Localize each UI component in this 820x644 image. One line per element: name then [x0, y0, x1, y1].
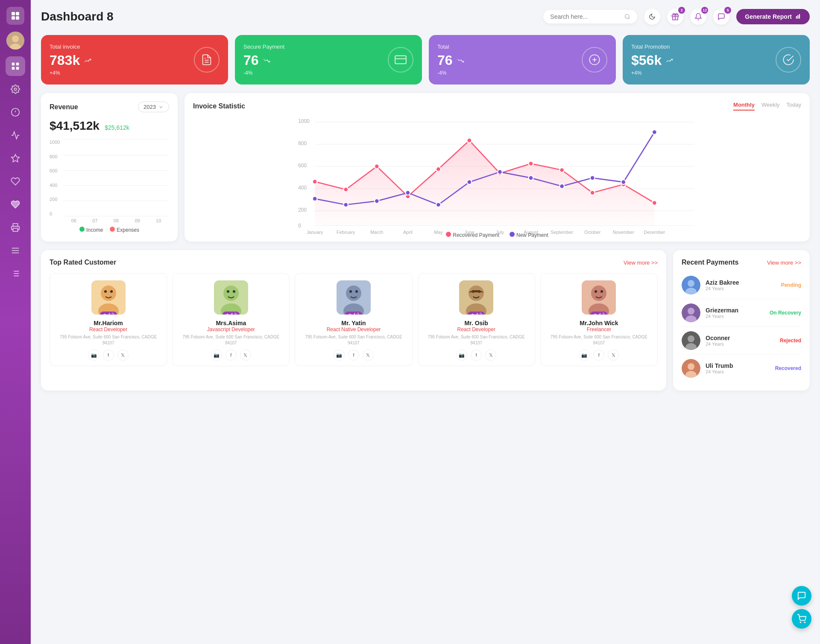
sidebar-item-menu[interactable]: [6, 241, 25, 260]
search-box[interactable]: [543, 10, 637, 23]
customer-card-4: ★ 4.2 Mr.John Wick Freelancer 795 Folsom…: [540, 273, 658, 366]
svg-rect-8: [16, 63, 19, 65]
twitter-icon-1[interactable]: 𝕏: [240, 350, 251, 361]
sidebar-item-settings[interactable]: [6, 79, 25, 99]
svg-point-96: [227, 290, 229, 293]
sidebar: [0, 0, 31, 644]
svg-text:800: 800: [298, 140, 307, 146]
facebook-icon-0[interactable]: f: [103, 350, 114, 361]
generate-report-button[interactable]: Generate Report: [736, 9, 810, 24]
tab-weekly[interactable]: Weekly: [761, 102, 779, 111]
gift-button[interactable]: 2: [667, 9, 683, 25]
twitter-icon-4[interactable]: 𝕏: [608, 350, 619, 361]
header-right: 2 12 5 Generate Report: [543, 9, 810, 25]
customer-address-3: 795 Folsom Ave, Suite 600 San Francisco,…: [422, 334, 531, 346]
sidebar-item-heart[interactable]: [6, 172, 25, 191]
customers-title: Top Rated Customer: [50, 259, 116, 266]
payment-status-0: Pending: [781, 282, 801, 288]
sidebar-item-heart2[interactable]: [6, 195, 25, 214]
invoice-tabs: Monthly Weekly Today: [733, 102, 801, 111]
stat-trend-promotion: +4%: [631, 70, 674, 76]
tab-today[interactable]: Today: [786, 102, 801, 111]
notification-button[interactable]: 12: [690, 9, 706, 25]
svg-text:0: 0: [298, 223, 301, 229]
svg-point-72: [559, 184, 564, 189]
cart-float-button[interactable]: [792, 609, 811, 629]
sidebar-item-info[interactable]: [6, 102, 25, 122]
customer-rating-3: ★ 4.2: [468, 312, 485, 315]
instagram-icon-2[interactable]: 📷: [334, 350, 345, 361]
invoice-line-chart: 1000 800 600 400 200 0: [193, 117, 801, 228]
stat-card-promotion: Total Promotion $56k +4%: [623, 35, 810, 85]
svg-point-54: [375, 164, 379, 169]
twitter-icon-3[interactable]: 𝕏: [485, 350, 496, 361]
instagram-icon-4[interactable]: 📷: [579, 350, 590, 361]
year-select[interactable]: 2023: [138, 102, 169, 112]
line-chart-container: 1000 800 600 400 200 0: [193, 117, 801, 228]
payments-card: Recent Payments View more >> Aziz Bakree…: [673, 250, 810, 390]
instagram-icon-0[interactable]: 📷: [88, 350, 100, 361]
svg-point-74: [621, 180, 626, 184]
customer-name-0: Mr.Hariom: [53, 320, 163, 326]
svg-point-94: [223, 286, 239, 301]
stat-card-payment: Secure Payment 76 -4%: [235, 35, 422, 85]
twitter-icon-0[interactable]: 𝕏: [117, 350, 129, 361]
instagram-icon-3[interactable]: 📷: [456, 350, 467, 361]
bar-chart-x-labels: 06 07 08 09 10: [63, 218, 169, 223]
support-float-button[interactable]: [792, 586, 811, 606]
invoice-chart-legend: Recovered Payment New Payment: [193, 232, 801, 238]
svg-point-66: [375, 199, 379, 204]
customers-view-more[interactable]: View more >>: [624, 259, 658, 266]
payment-info-3: Uli Trumb 24 Years: [706, 362, 770, 374]
dark-mode-button[interactable]: [644, 9, 660, 25]
customer-rating-4: ★ 4.2: [590, 312, 607, 315]
tab-monthly[interactable]: Monthly: [733, 102, 755, 111]
sidebar-item-list[interactable]: [6, 264, 25, 283]
sidebar-item-star[interactable]: [6, 149, 25, 168]
svg-point-109: [591, 286, 606, 301]
twitter-icon-2[interactable]: 𝕏: [363, 350, 374, 361]
svg-text:1000: 1000: [298, 118, 310, 124]
facebook-icon-1[interactable]: f: [226, 350, 237, 361]
payments-view-more[interactable]: View more >>: [767, 259, 801, 266]
sidebar-item-chart[interactable]: [6, 125, 25, 145]
bar-chart: 0 200 400 600 800 1000: [50, 140, 169, 233]
stat-trend-invoice: +4%: [50, 70, 92, 76]
svg-text:March: March: [370, 230, 383, 235]
svg-rect-7: [12, 63, 15, 65]
customer-rating-0: ★ 4.2: [100, 312, 117, 315]
payment-info-2: Oconner 24 Years: [706, 335, 775, 347]
stat-card-total: Total 76 -4%: [429, 35, 616, 85]
search-input[interactable]: [550, 13, 621, 20]
svg-text:May: May: [434, 230, 443, 235]
facebook-icon-2[interactable]: f: [348, 350, 359, 361]
svg-point-52: [313, 179, 317, 184]
payment-status-1: On Recovery: [770, 310, 801, 316]
sidebar-item-dashboard[interactable]: [6, 56, 25, 76]
customer-name-3: Mr. Osib: [422, 320, 531, 326]
svg-point-65: [343, 202, 348, 207]
customer-card-1: ★ 4.2 Mrs.Asima Javascript Developer 795…: [172, 273, 290, 366]
svg-marker-15: [12, 154, 19, 162]
svg-point-5: [12, 35, 19, 42]
avatar[interactable]: [6, 32, 24, 50]
instagram-icon-1[interactable]: 📷: [211, 350, 222, 361]
svg-point-64: [313, 196, 317, 201]
payment-name-1: Griezerman: [706, 307, 764, 314]
customer-role-2: React Native Developer: [299, 326, 408, 332]
sidebar-logo[interactable]: [6, 7, 24, 25]
payment-info-0: Aziz Bakree 24 Years: [706, 279, 776, 291]
stat-icon-total: [582, 47, 607, 73]
customer-name-2: Mr. Yatin: [299, 320, 408, 326]
sidebar-item-print[interactable]: [6, 218, 25, 237]
facebook-icon-3[interactable]: f: [471, 350, 482, 361]
payment-age-3: 24 Years: [706, 369, 770, 374]
svg-point-57: [467, 138, 472, 143]
svg-point-73: [590, 176, 595, 181]
svg-rect-9: [12, 67, 15, 70]
year-value: 2023: [144, 104, 156, 110]
chat-button[interactable]: 5: [713, 9, 729, 25]
customers-grid: ★ 4.2 Mr.Hariom React Developer 795 Fols…: [50, 273, 658, 366]
facebook-icon-4[interactable]: f: [593, 350, 604, 361]
svg-rect-29: [796, 16, 797, 19]
